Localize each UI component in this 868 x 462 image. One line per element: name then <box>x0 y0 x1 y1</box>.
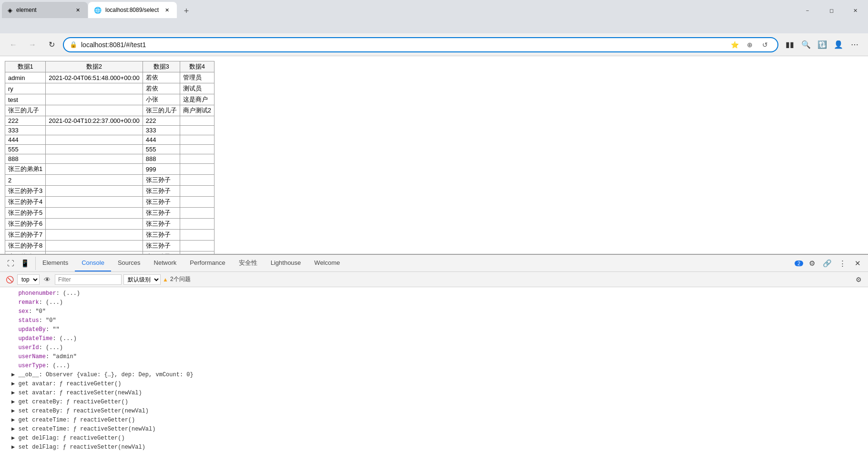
table-row: 2222021-02-04T10:22:37.000+00:00222 <box>5 116 214 126</box>
tab-sources[interactable]: Sources <box>111 255 147 271</box>
tab1-title: element <box>16 7 70 13</box>
table-cell: ry <box>5 83 46 94</box>
table-row: 张三的孙子3张三孙子 <box>5 186 214 197</box>
table-cell: 张三的弟弟1 <box>5 164 46 175</box>
extensions-button[interactable]: ⋯ <box>847 37 862 52</box>
table-cell: 888 <box>5 154 46 164</box>
close-button[interactable]: ✕ <box>844 3 866 18</box>
bookmark-star-button[interactable]: ⭐ <box>728 38 741 51</box>
browser-chrome: ◈ element ✕ 🌐 localhost:8089/select ✕ + … <box>0 0 868 33</box>
table-cell: test <box>5 94 46 105</box>
tab-security[interactable]: 安全性 <box>232 255 264 271</box>
console-line[interactable]: ▶ get createTime: ƒ reactiveGetter() <box>0 416 868 425</box>
console-line[interactable]: ▶ get delFlag: ƒ reactiveGetter() <box>0 434 868 443</box>
tab-localhost[interactable]: 🌐 localhost:8089/select ✕ <box>88 2 177 18</box>
table-cell <box>180 186 214 197</box>
table-cell <box>46 164 143 175</box>
devtools-tabs: Elements Console Sources Network Perform… <box>36 255 795 271</box>
table-cell: 333 <box>143 126 180 135</box>
console-line[interactable]: ▶ set createTime: ƒ reactiveSetter(newVa… <box>0 425 868 434</box>
table-cell: 若依 <box>143 72 180 83</box>
tab-element[interactable]: ◈ element ✕ <box>2 2 88 18</box>
table-cell: 张三孙子 <box>143 219 180 230</box>
tab-network[interactable]: Network <box>147 255 184 271</box>
console-filter-input[interactable] <box>55 274 122 285</box>
tab-console[interactable]: Console <box>75 255 111 271</box>
url-text[interactable]: localhost:8081/#/test1 <box>81 41 724 49</box>
console-clear-button[interactable]: 🚫 <box>4 274 15 285</box>
data-table: 数据1 数据2 数据3 数据4 admin2021-02-04T06:51:48… <box>5 61 214 254</box>
console-settings-button[interactable]: ⚙ <box>853 274 864 285</box>
maximize-button[interactable]: ◻ <box>820 3 842 18</box>
user-profile-button[interactable]: 👤 <box>831 37 846 52</box>
devtools-settings-button[interactable]: ⚙ <box>805 257 818 270</box>
split-screen-button[interactable]: ▮▮ <box>782 37 797 52</box>
log-level-selector[interactable]: 默认级别 <box>123 274 161 285</box>
console-line: updateTime: (...) <box>0 334 868 343</box>
browser-refresh-button[interactable]: 🔃 <box>815 37 830 52</box>
table-cell: 测试员 <box>180 83 214 94</box>
table-row: 444444 <box>5 135 214 145</box>
console-output: phonenumber: (...) remark: (...) sex: "0… <box>0 287 868 462</box>
table-row: 张三的孙子5张三孙子 <box>5 208 214 219</box>
refresh-button[interactable]: ↺ <box>758 38 772 51</box>
table-cell <box>46 145 143 154</box>
table-cell: 333 <box>5 126 46 135</box>
reload-button[interactable]: ↻ <box>44 37 59 52</box>
table-cell <box>46 186 143 197</box>
table-cell: 张三孙子 <box>143 230 180 241</box>
devtools-device-button[interactable]: 📱 <box>18 257 31 270</box>
tab-elements[interactable]: Elements <box>36 255 75 271</box>
table-cell: 张三的孙子7 <box>5 230 46 241</box>
search-button[interactable]: 🔍 <box>798 37 814 52</box>
tab-bar: ◈ element ✕ 🌐 localhost:8089/select ✕ + … <box>0 0 868 18</box>
console-eye-button[interactable]: 👁 <box>41 274 53 285</box>
back-button[interactable]: ← <box>6 37 21 52</box>
table-cell: 张三孙子 <box>143 186 180 197</box>
console-line: userType: (...) <box>0 362 868 371</box>
table-row: 张三的孙子4张三孙子 <box>5 197 214 208</box>
url-bar: 🔒 localhost:8081/#/test1 ⭐ ⊕ ↺ <box>63 37 778 52</box>
table-cell: 张三的孙子5 <box>5 208 46 219</box>
new-tab-button[interactable]: + <box>179 4 194 18</box>
tab2-close[interactable]: ✕ <box>163 6 171 14</box>
console-line[interactable]: ▶ set createBy: ƒ reactiveSetter(newVal) <box>0 407 868 416</box>
table-cell: 444 <box>143 135 180 145</box>
minimize-button[interactable]: − <box>797 3 818 18</box>
table-cell <box>46 219 143 230</box>
table-cell <box>180 145 214 154</box>
issue-warning-icon: ▲ <box>163 276 168 283</box>
tab1-favicon: ◈ <box>8 7 12 14</box>
table-cell: 444 <box>5 135 46 145</box>
table-row: admin2021-02-04T06:51:48.000+00:00若依管理员 <box>5 72 214 83</box>
console-line[interactable]: ▶ get createBy: ƒ reactiveGetter() <box>0 398 868 407</box>
table-cell: 555 <box>5 145 46 154</box>
tab1-close[interactable]: ✕ <box>73 6 82 14</box>
tab-welcome[interactable]: Welcome <box>307 255 347 271</box>
devtools-more-button[interactable]: ⋮ <box>836 257 849 270</box>
table-cell <box>46 241 143 251</box>
tab2-favicon: 🌐 <box>94 7 102 14</box>
table-cell: 张三孙子 <box>143 208 180 219</box>
forward-button[interactable]: → <box>25 37 40 52</box>
console-line[interactable]: ▶ __ob__: Observer {value: {…}, dep: Dep… <box>0 371 868 380</box>
console-line[interactable]: ▶ set avatar: ƒ reactiveSetter(newVal) <box>0 389 868 398</box>
tab-performance[interactable]: Performance <box>183 255 232 271</box>
table-cell: 张三的孙子8 <box>5 241 46 251</box>
devtools-inspect-button[interactable]: ⛶ <box>4 257 17 270</box>
issue-count-text: 2个问题 <box>170 275 191 283</box>
table-cell <box>46 175 143 186</box>
table-cell: 2021-02-04T10:22:37.000+00:00 <box>46 116 143 126</box>
table-row: 555555 <box>5 145 214 154</box>
table-row: 张三的孙子8张三孙子 <box>5 241 214 251</box>
table-cell <box>46 94 143 105</box>
table-cell <box>46 197 143 208</box>
context-selector[interactable]: top <box>17 274 40 285</box>
console-line[interactable]: ▶ get avatar: ƒ reactiveGetter() <box>0 380 868 389</box>
tab-lighthouse[interactable]: Lighthouse <box>264 255 308 271</box>
table-cell: 张三的孙子6 <box>5 219 46 230</box>
devtools-dock-button[interactable]: 🔗 <box>820 257 834 270</box>
console-line[interactable]: ▶ set delFlag: ƒ reactiveSetter(newVal) <box>0 443 868 452</box>
devtools-close-button[interactable]: ✕ <box>851 257 864 270</box>
browser-extensions-button[interactable]: ⊕ <box>743 38 756 51</box>
